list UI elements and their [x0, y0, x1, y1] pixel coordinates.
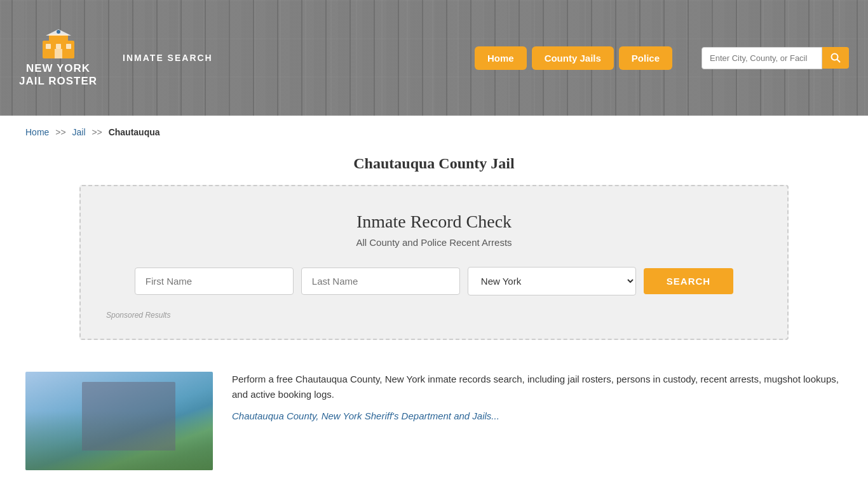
breadcrumb-current: Chautauqua [109, 127, 160, 137]
breadcrumb: Home >> Jail >> Chautauqua [0, 116, 868, 149]
page-title-wrap: Chautauqua County Jail [0, 149, 868, 185]
header-search-button[interactable] [822, 47, 849, 69]
inmate-search-label: INMATE SEARCH [123, 53, 213, 63]
header-search-input[interactable] [702, 47, 822, 69]
nav-police-button[interactable]: Police [619, 46, 672, 70]
description-text: Perform a free Chautauqua County, New Yo… [232, 372, 843, 430]
breadcrumb-sep-2: >> [92, 127, 102, 137]
logo-text-new-york: NEW YORK [26, 62, 90, 75]
svg-rect-4 [56, 44, 61, 49]
svg-line-9 [837, 60, 841, 63]
record-check-subtitle: All County and Police Recent Arrests [106, 237, 762, 248]
nav-area: Home County Jails Police [475, 46, 672, 70]
jail-image [25, 372, 213, 470]
last-name-input[interactable] [301, 268, 460, 295]
search-form-row: New YorkAlabamaAlaskaArizonaArkansasCali… [106, 267, 762, 295]
svg-rect-5 [66, 44, 71, 49]
breadcrumb-sep-1: >> [55, 127, 65, 137]
site-logo[interactable]: NEW YORK JAIL ROSTER [19, 28, 97, 88]
record-check-box: Inmate Record Check All County and Polic… [79, 185, 789, 340]
svg-rect-6 [55, 49, 62, 58]
page-title: Chautauqua County Jail [0, 155, 868, 172]
nav-home-button[interactable]: Home [475, 46, 527, 70]
search-icon [831, 53, 841, 63]
first-name-input[interactable] [135, 268, 294, 295]
state-select[interactable]: New YorkAlabamaAlaskaArizonaArkansasCali… [468, 267, 636, 295]
search-submit-button[interactable]: SEARCH [644, 268, 733, 294]
svg-point-8 [832, 54, 838, 60]
header-search-bar [702, 47, 849, 69]
breadcrumb-jail-link[interactable]: Jail [72, 127, 86, 137]
nav-county-jails-button[interactable]: County Jails [532, 46, 614, 70]
description-section: Perform a free Chautauqua County, New Yo… [0, 359, 868, 483]
logo-text-jail-roster: JAIL ROSTER [19, 75, 97, 88]
description-paragraph-1: Perform a free Chautauqua County, New Yo… [232, 372, 843, 402]
breadcrumb-home-link[interactable]: Home [25, 127, 49, 137]
logo-icon [39, 28, 78, 60]
description-paragraph-2: Chautauqua County, New York Sheriff's De… [232, 409, 843, 424]
svg-point-7 [57, 30, 60, 34]
record-check-title: Inmate Record Check [106, 212, 762, 232]
sponsored-label: Sponsored Results [106, 311, 762, 320]
svg-rect-3 [46, 44, 51, 49]
site-header: NEW YORK JAIL ROSTER INMATE SEARCH Home … [0, 0, 868, 116]
